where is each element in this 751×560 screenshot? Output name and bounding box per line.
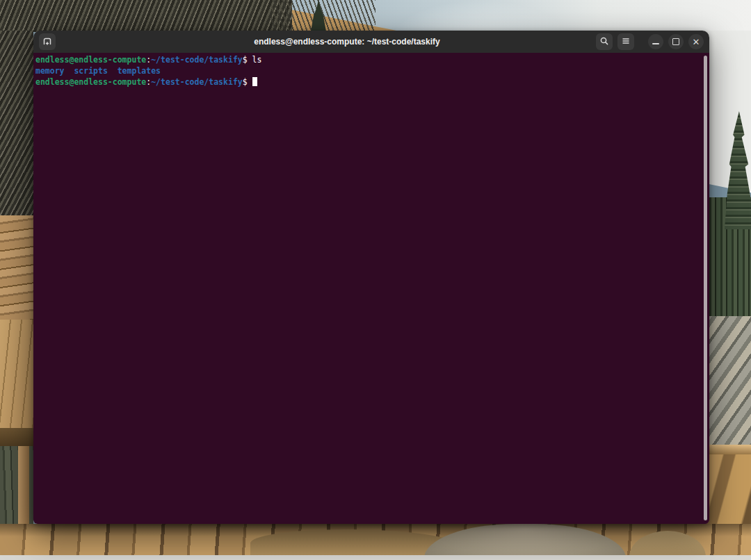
new-tab-button[interactable] <box>39 33 56 50</box>
wallpaper-left-beam <box>0 428 33 446</box>
minimize-button[interactable] <box>648 34 663 49</box>
wallpaper-left-plank-grain <box>0 320 33 428</box>
prompt-symbol: $ <box>243 55 252 65</box>
titlebar[interactable]: endless@endless-compute: ~/test-code/tas… <box>33 31 709 53</box>
command-text: ls <box>252 55 262 65</box>
close-button[interactable]: ✕ <box>688 34 704 49</box>
terminal-screen[interactable]: endless@endless-compute:~/test-code/task… <box>33 53 709 524</box>
prompt-user-host: endless@endless-compute <box>35 77 146 87</box>
menu-button[interactable] <box>617 33 634 50</box>
terminal-cursor <box>252 77 257 86</box>
maximize-icon <box>672 38 679 45</box>
wallpaper-left-twigs <box>0 31 33 215</box>
new-tab-icon <box>42 35 53 49</box>
minimize-icon <box>652 43 659 44</box>
prompt-path: ~/test-code/taskify <box>151 55 243 65</box>
terminal-line-prompt-1: endless@endless-compute:~/test-code/task… <box>35 55 702 66</box>
prompt-user-host: endless@endless-compute <box>35 55 146 65</box>
prompt-symbol: $ <box>243 77 252 87</box>
prompt-path: ~/test-code/taskify <box>151 77 243 87</box>
wallpaper-left-shingles <box>0 215 33 320</box>
terminal-line-prompt-2: endless@endless-compute:~/test-code/task… <box>35 77 702 88</box>
terminal-line-output: memory scripts templates <box>35 66 702 77</box>
wallpaper-floor-strip <box>0 555 751 560</box>
ls-output-directories: memory scripts templates <box>35 66 161 76</box>
scrollbar[interactable] <box>704 56 707 520</box>
search-icon <box>599 35 610 49</box>
maximize-button[interactable] <box>668 34 684 49</box>
close-icon: ✕ <box>693 37 700 46</box>
search-button[interactable] <box>596 33 613 50</box>
wallpaper-twigs <box>0 0 292 32</box>
hamburger-icon <box>620 35 631 49</box>
wallpaper-left-post <box>18 446 29 536</box>
terminal-window: endless@endless-compute: ~/test-code/tas… <box>33 31 709 524</box>
window-title: endless@endless-compute: ~/test-code/tas… <box>103 37 591 47</box>
